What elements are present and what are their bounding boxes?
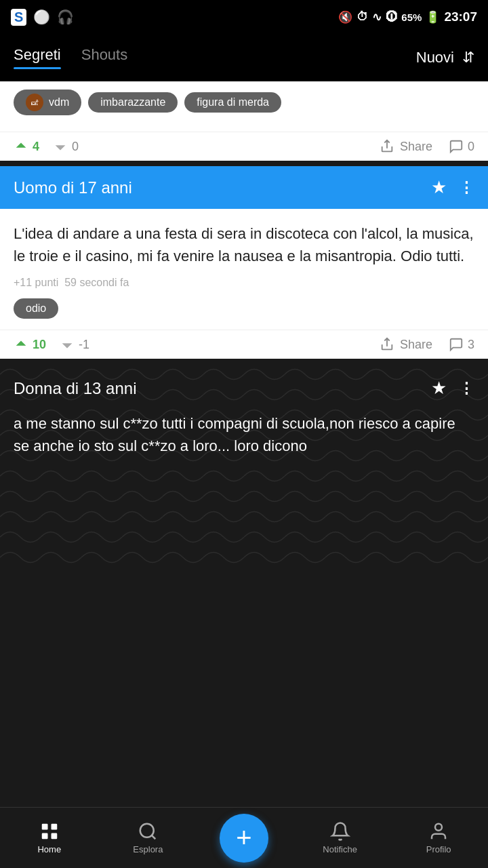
bottom-nav-profile[interactable]: Profilo [411, 821, 466, 854]
post2-body: L'idea di andare a una festa di sera in … [0, 209, 488, 330]
post3-star-icon[interactable]: ★ [431, 378, 447, 399]
post2-more-icon[interactable]: ⋮ [459, 179, 474, 197]
post2-share-button[interactable]: Share [380, 337, 432, 352]
post-card-1: 🛋 vdm imbarazzante figura di merda 4 0 [0, 81, 488, 161]
upvote-arrow-icon [14, 337, 28, 352]
post3-text: a me stanno sul c**zo tutti i compagni d… [14, 412, 474, 457]
svg-rect-3 [42, 824, 48, 830]
content-area: 🛋 vdm imbarazzante figura di merda 4 0 [0, 81, 488, 635]
status-right-icons: 🔇 ⏱ ∿ ⏼ 65% 🔋 23:07 [338, 9, 477, 24]
home-label: Home [37, 844, 61, 854]
tag-figura[interactable]: figura di merda [184, 92, 281, 113]
post1-tags-area: 🛋 vdm imbarazzante figura di merda [0, 81, 488, 132]
bottom-navigation: Home Esplora + Notifiche Profilo [0, 807, 488, 868]
post2-tags: odio [14, 298, 474, 319]
alarm-icon: ⏱ [357, 10, 368, 24]
post2-header: Uomo di 17 anni ★ ⋮ [0, 166, 488, 209]
post3-more-icon[interactable]: ⋮ [459, 380, 474, 397]
time-display: 23:07 [444, 9, 477, 24]
add-icon: + [236, 824, 251, 851]
spotify-icon: ⚪ [33, 9, 50, 25]
tag-avatar: 🛋 [26, 94, 43, 111]
sort-label[interactable]: Nuovi [416, 49, 454, 66]
svg-rect-5 [42, 833, 48, 840]
svg-rect-6 [51, 833, 57, 840]
post-card-2: Uomo di 17 anni ★ ⋮ L'idea di andare a u… [0, 166, 488, 359]
post1-downvote[interactable]: 0 [53, 139, 79, 154]
post2-title: Uomo di 17 anni [14, 178, 132, 197]
post1-vote-bar: 4 0 Share 0 [0, 132, 488, 161]
tag-imbarazzante[interactable]: imbarazzante [88, 92, 178, 113]
comment-icon [449, 139, 464, 154]
profile-label: Profilo [426, 844, 451, 854]
add-post-button[interactable]: + [220, 814, 268, 863]
post2-downvote[interactable]: -1 [60, 337, 89, 352]
mute-icon: 🔇 [338, 10, 352, 24]
battery-icon: 🔋 [426, 10, 440, 24]
post3-header-actions: ★ ⋮ [431, 378, 474, 399]
nav-right-controls: Nuovi ⇵ [416, 49, 474, 66]
post2-comment-button[interactable]: 3 [449, 337, 474, 352]
share-icon [380, 139, 394, 154]
post2-star-icon[interactable]: ★ [431, 177, 447, 198]
battery-percent: 65% [401, 12, 422, 23]
explore-label: Esplora [133, 844, 163, 854]
notifications-icon [330, 821, 350, 842]
post3-header: Donna di 13 anni ★ ⋮ [0, 364, 488, 406]
post1-share-button[interactable]: Share [380, 139, 432, 154]
tab-shouts[interactable]: Shouts [81, 46, 128, 69]
explore-icon [138, 821, 158, 842]
s-icon: S [11, 9, 26, 26]
comment-icon [449, 337, 464, 352]
status-bar: S ⚪ 🎧 🔇 ⏱ ∿ ⏼ 65% 🔋 23:07 [0, 0, 488, 34]
post3-body: a me stanno sul c**zo tutti i compagni d… [0, 406, 488, 464]
tag-odio[interactable]: odio [14, 298, 58, 319]
downvote-arrow-icon [53, 139, 68, 154]
headphone-icon: 🎧 [57, 9, 74, 25]
sort-icon[interactable]: ⇵ [462, 49, 474, 66]
post2-header-actions: ★ ⋮ [431, 177, 474, 198]
profile-icon [428, 821, 449, 842]
tab-segreti[interactable]: Segreti [14, 46, 61, 69]
post1-comment-button[interactable]: 0 [449, 139, 474, 154]
notifications-label: Notifiche [323, 844, 357, 854]
signal-icon: ⏼ [386, 10, 397, 24]
upvote-arrow-icon [14, 139, 28, 154]
bottom-nav-explore[interactable]: Esplora [121, 821, 175, 854]
post2-text: L'idea di andare a una festa di sera in … [14, 222, 474, 267]
svg-rect-4 [51, 824, 57, 830]
post3-title: Donna di 13 anni [14, 379, 136, 398]
nav-tabs: Segreti Shouts [14, 46, 416, 69]
post2-upvote[interactable]: 10 [14, 337, 46, 352]
status-left-icons: S ⚪ 🎧 [11, 9, 74, 26]
post1-upvote[interactable]: 4 [14, 139, 39, 154]
post-card-3: Donna di 13 anni ★ ⋮ a me stanno sul c**… [0, 364, 488, 568]
tag-vdm[interactable]: 🛋 vdm [14, 90, 81, 115]
home-icon [39, 821, 60, 842]
svg-line-8 [152, 835, 155, 839]
bottom-nav-home[interactable]: Home [22, 821, 77, 854]
post1-tags: 🛋 vdm imbarazzante figura di merda [14, 90, 474, 115]
share-icon [380, 337, 394, 352]
post2-vote-bar: 10 -1 Share 3 [0, 330, 488, 359]
bottom-nav-notifications[interactable]: Notifiche [313, 821, 367, 854]
downvote-arrow-icon [60, 337, 75, 352]
wifi-icon: ∿ [372, 10, 382, 24]
svg-point-7 [140, 824, 154, 837]
top-navigation: Segreti Shouts Nuovi ⇵ [0, 34, 488, 81]
svg-point-9 [435, 824, 442, 831]
post2-meta: +11 punti 59 secondi fa [14, 277, 474, 289]
